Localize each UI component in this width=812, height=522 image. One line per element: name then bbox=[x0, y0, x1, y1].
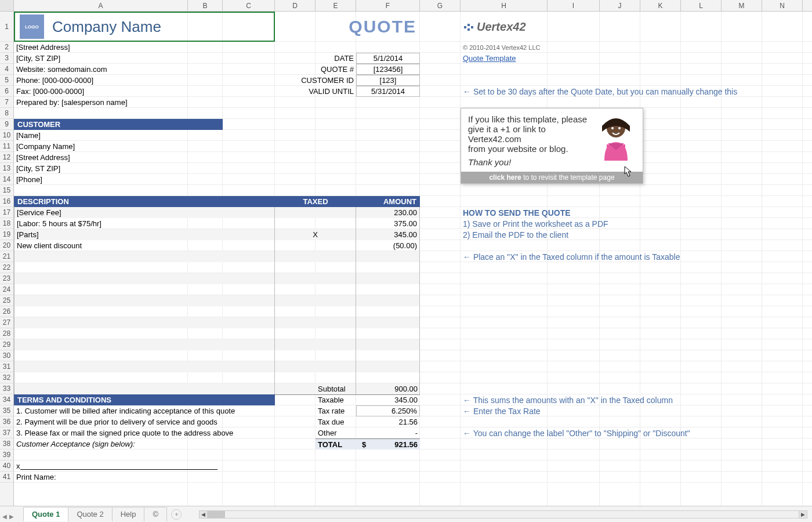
meta-value-quote-num[interactable]: [123456] bbox=[356, 64, 420, 75]
row-header-26[interactable]: 26 bbox=[0, 306, 13, 317]
row-header-25[interactable]: 25 bbox=[0, 295, 13, 306]
line-taxed-23[interactable] bbox=[275, 273, 356, 284]
col-header-F[interactable]: F bbox=[356, 0, 420, 11]
company-website[interactable]: Website: somedomain.com bbox=[14, 64, 275, 75]
row-header-21[interactable]: 21 bbox=[0, 251, 13, 262]
tab-nav-prev-icon[interactable]: ◀ bbox=[2, 513, 7, 520]
row-header-18[interactable]: 18 bbox=[0, 218, 13, 229]
row-header-28[interactable]: 28 bbox=[0, 328, 13, 339]
line-desc-20[interactable]: New client discount bbox=[14, 240, 275, 251]
total-label-taxrate[interactable]: Tax rate bbox=[316, 405, 356, 416]
row-header-5[interactable]: 5 bbox=[0, 75, 13, 86]
line-taxed-17[interactable] bbox=[275, 207, 356, 218]
row-header-1[interactable]: 1 bbox=[0, 12, 13, 42]
total-label-taxable[interactable]: Taxable bbox=[316, 394, 356, 405]
line-amount-20[interactable]: (50.00) bbox=[356, 240, 420, 251]
col-header-C[interactable]: C bbox=[223, 0, 275, 11]
customer-street[interactable]: [Street Address] bbox=[14, 152, 275, 163]
sheet-tab-quote-2[interactable]: Quote 2 bbox=[68, 507, 112, 521]
line-amount-19[interactable]: 345.00 bbox=[356, 229, 420, 240]
row-header-27[interactable]: 27 bbox=[0, 317, 13, 328]
meta-value-date[interactable]: 5/1/2014 bbox=[356, 53, 420, 64]
sheet-tab-help[interactable]: Help bbox=[112, 507, 145, 521]
row-header-19[interactable]: 19 bbox=[0, 229, 13, 240]
meta-value-valid-until[interactable]: 5/31/2014 bbox=[356, 86, 420, 97]
line-desc-17[interactable]: [Service Fee] bbox=[14, 207, 275, 218]
total-label-other[interactable]: Other bbox=[316, 427, 356, 438]
line-taxed-19[interactable]: X bbox=[275, 229, 356, 240]
row-header-7[interactable]: 7 bbox=[0, 97, 13, 108]
line-desc-27[interactable] bbox=[14, 317, 275, 328]
line-taxed-21[interactable] bbox=[275, 251, 356, 262]
row-header-16[interactable]: 16 bbox=[0, 196, 13, 207]
line-desc-32[interactable] bbox=[14, 372, 275, 383]
horizontal-scrollbar[interactable]: ◀ ▶ bbox=[199, 510, 807, 519]
line-taxed-32[interactable] bbox=[275, 372, 356, 383]
row-header-29[interactable]: 29 bbox=[0, 339, 13, 350]
row-header-22[interactable]: 22 bbox=[0, 262, 13, 273]
line-amount-24[interactable] bbox=[356, 284, 420, 295]
row-header-33[interactable]: 33 bbox=[0, 383, 13, 394]
select-all-corner[interactable] bbox=[0, 0, 14, 11]
row-header-10[interactable]: 10 bbox=[0, 130, 13, 141]
grid[interactable]: LOGOCompany NameQUOTE[Street Address][Ci… bbox=[14, 12, 812, 506]
row-header-11[interactable]: 11 bbox=[0, 141, 13, 152]
row-header-35[interactable]: 35 bbox=[0, 405, 13, 416]
total-label-taxdue[interactable]: Tax due bbox=[316, 416, 356, 427]
scroll-thumb[interactable] bbox=[208, 511, 225, 518]
vertex-logo[interactable]: Uertex42 bbox=[461, 12, 640, 42]
line-taxed-29[interactable] bbox=[275, 339, 356, 350]
company-city[interactable]: [City, ST ZIP] bbox=[14, 53, 275, 64]
total-value-other[interactable]: - bbox=[356, 427, 420, 438]
line-taxed-20[interactable] bbox=[275, 240, 356, 251]
total-label-subtotal[interactable]: Subtotal bbox=[316, 383, 356, 394]
line-taxed-26[interactable] bbox=[275, 306, 356, 317]
line-amount-27[interactable] bbox=[356, 317, 420, 328]
line-desc-21[interactable] bbox=[14, 251, 275, 262]
line-taxed-28[interactable] bbox=[275, 328, 356, 339]
row-header-3[interactable]: 3 bbox=[0, 53, 13, 64]
row-header-12[interactable]: 12 bbox=[0, 152, 13, 163]
total-label-total[interactable]: TOTAL bbox=[316, 438, 356, 449]
promo-click-bar[interactable]: click here to to revisit the template pa… bbox=[461, 172, 643, 183]
company-phone[interactable]: Phone: [000-000-0000] bbox=[14, 75, 275, 86]
scroll-right-icon[interactable]: ▶ bbox=[799, 511, 807, 518]
row-header-13[interactable]: 13 bbox=[0, 163, 13, 174]
line-taxed-18[interactable] bbox=[275, 218, 356, 229]
col-header-L[interactable]: L bbox=[681, 0, 722, 11]
row-header-41[interactable]: 41 bbox=[0, 472, 13, 483]
row-header-36[interactable]: 36 bbox=[0, 416, 13, 427]
line-desc-18[interactable]: [Labor: 5 hours at $75/hr] bbox=[14, 218, 275, 229]
line-desc-23[interactable] bbox=[14, 273, 275, 284]
line-amount-28[interactable] bbox=[356, 328, 420, 339]
line-desc-29[interactable] bbox=[14, 339, 275, 350]
row-header-37[interactable]: 37 bbox=[0, 427, 13, 438]
line-desc-31[interactable] bbox=[14, 361, 275, 372]
line-amount-26[interactable] bbox=[356, 306, 420, 317]
row-header-14[interactable]: 14 bbox=[0, 174, 13, 185]
col-header-G[interactable]: G bbox=[420, 0, 461, 11]
line-taxed-30[interactable] bbox=[275, 350, 356, 361]
sheet-tab-©[interactable]: © bbox=[144, 507, 167, 521]
row-header-9[interactable]: 9 bbox=[0, 119, 13, 130]
company-street[interactable]: [Street Address] bbox=[14, 42, 275, 53]
row-header-34[interactable]: 34 bbox=[0, 394, 13, 405]
row-header-39[interactable]: 39 bbox=[0, 449, 13, 461]
scroll-left-icon[interactable]: ◀ bbox=[200, 511, 208, 518]
line-desc-22[interactable] bbox=[14, 262, 275, 273]
col-header-M[interactable]: M bbox=[722, 0, 762, 11]
total-value-taxable[interactable]: 345.00 bbox=[356, 394, 420, 405]
tab-nav-arrows[interactable]: ◀ ▶ bbox=[2, 513, 14, 520]
sign-line[interactable]: x bbox=[14, 461, 275, 472]
col-header-A[interactable]: A bbox=[14, 0, 188, 11]
col-header-I[interactable]: I bbox=[548, 0, 600, 11]
row-header-15[interactable]: 15 bbox=[0, 185, 13, 196]
line-amount-32[interactable] bbox=[356, 372, 420, 383]
company-prepared-by[interactable]: Prepared by: [salesperson name] bbox=[14, 97, 275, 108]
row-header-17[interactable]: 17 bbox=[0, 207, 13, 218]
line-desc-28[interactable] bbox=[14, 328, 275, 339]
row-header-23[interactable]: 23 bbox=[0, 273, 13, 284]
line-amount-29[interactable] bbox=[356, 339, 420, 350]
company-fax[interactable]: Fax: [000-000-0000] bbox=[14, 86, 275, 97]
line-desc-19[interactable]: [Parts] bbox=[14, 229, 275, 240]
